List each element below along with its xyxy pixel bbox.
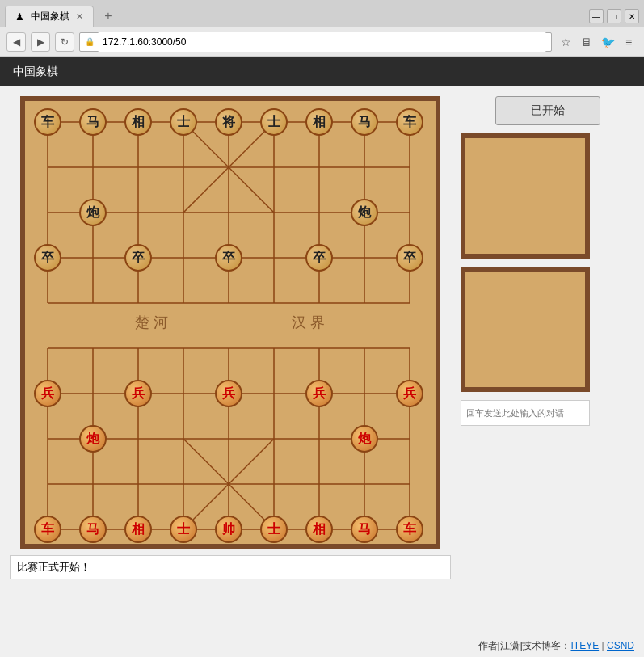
right-panel: 已开始 <box>461 96 634 624</box>
piece-炮-7-2[interactable]: 炮 <box>351 199 378 226</box>
piece-士-3-9[interactable]: 士 <box>170 516 197 543</box>
tab-favicon: ♟ <box>15 11 24 23</box>
extension-icon[interactable]: 🖥 <box>578 33 596 51</box>
browser-chrome: ♟ 中国象棋 ✕ + — □ ✕ ◀ ▶ ↻ 🔒 ☆ 🖥 🐦 ≡ <box>0 0 644 57</box>
piece-卒-6-3[interactable]: 卒 <box>305 244 333 272</box>
iteye-link[interactable]: ITEYE <box>570 640 599 651</box>
menu-icon[interactable]: ≡ <box>620 33 638 51</box>
piece-车-8-9[interactable]: 车 <box>396 516 423 543</box>
player-box-bottom <box>461 267 590 392</box>
piece-兵-2-6[interactable]: 兵 <box>124 380 152 407</box>
piece-兵-4-6[interactable]: 兵 <box>215 380 242 407</box>
message-bar: 比赛正式开始！ <box>10 555 451 579</box>
piece-卒-4-3[interactable]: 卒 <box>215 244 242 272</box>
piece-士-3-0[interactable]: 士 <box>170 108 197 136</box>
piece-士-5-9[interactable]: 士 <box>260 516 288 543</box>
tab-close-button[interactable]: ✕ <box>76 11 83 22</box>
reload-button[interactable]: ↻ <box>55 32 74 52</box>
piece-炮-1-7[interactable]: 炮 <box>79 425 107 453</box>
piece-相-6-0[interactable]: 相 <box>305 108 333 136</box>
piece-炮-1-2[interactable]: 炮 <box>79 199 107 226</box>
chat-input[interactable] <box>461 400 590 426</box>
maximize-button[interactable]: □ <box>607 9 621 23</box>
piece-马-1-0[interactable]: 马 <box>79 108 107 136</box>
piece-相-6-9[interactable]: 相 <box>305 516 333 543</box>
piece-车-0-0[interactable]: 车 <box>34 108 61 136</box>
forward-button[interactable]: ▶ <box>31 32 50 52</box>
piece-士-5-0[interactable]: 士 <box>260 108 288 136</box>
piece-帅-4-9[interactable]: 帅 <box>215 516 242 543</box>
piece-卒-8-3[interactable]: 卒 <box>396 244 423 272</box>
start-button[interactable]: 已开始 <box>495 96 600 125</box>
back-button[interactable]: ◀ <box>6 32 26 52</box>
app-header: 中国象棋 <box>0 57 644 86</box>
minimize-button[interactable]: — <box>589 9 604 23</box>
tab-bar: ♟ 中国象棋 ✕ + — □ ✕ <box>0 0 644 27</box>
status-bar: 作者[江潇]技术博客：ITEYE | CSND <box>0 634 644 657</box>
nav-icons: ☆ 🖥 🐦 ≡ <box>557 33 638 51</box>
game-message: 比赛正式开始！ <box>17 560 90 575</box>
twitter-icon[interactable]: 🐦 <box>599 33 617 51</box>
bookmark-icon[interactable]: ☆ <box>557 33 575 51</box>
piece-相-2-9[interactable]: 相 <box>124 516 152 543</box>
piece-兵-0-6[interactable]: 兵 <box>34 380 61 407</box>
close-window-button[interactable]: ✕ <box>625 9 639 23</box>
tab-title: 中国象棋 <box>31 10 69 23</box>
piece-车-0-9[interactable]: 车 <box>34 516 61 543</box>
new-tab-button[interactable]: + <box>97 7 120 25</box>
player-box-top <box>461 133 590 259</box>
board-container: 楚 河 汉 界 车马相士将士相马车炮炮卒卒卒卒卒兵兵兵兵兵炮炮车马相士帅士相马车… <box>10 96 451 624</box>
piece-兵-8-6[interactable]: 兵 <box>396 380 423 407</box>
piece-马-7-0[interactable]: 马 <box>351 108 378 136</box>
main-content: 楚 河 汉 界 车马相士将士相马车炮炮卒卒卒卒卒兵兵兵兵兵炮炮车马相士帅士相马车… <box>0 86 644 634</box>
app-title: 中国象棋 <box>13 65 58 79</box>
piece-马-7-9[interactable]: 马 <box>351 516 378 543</box>
piece-卒-2-3[interactable]: 卒 <box>124 244 152 272</box>
active-tab[interactable]: ♟ 中国象棋 ✕ <box>5 6 94 27</box>
author-text: 作者[江潇]技术博客：ITEYE | CSND <box>478 639 634 653</box>
piece-马-1-9[interactable]: 马 <box>79 516 107 543</box>
ssl-icon: 🔒 <box>85 37 95 46</box>
piece-相-2-0[interactable]: 相 <box>124 108 152 136</box>
chess-board[interactable]: 楚 河 汉 界 车马相士将士相马车炮炮卒卒卒卒卒兵兵兵兵兵炮炮车马相士帅士相马车 <box>20 96 440 549</box>
piece-卒-0-3[interactable]: 卒 <box>34 244 61 272</box>
navigation-bar: ◀ ▶ ↻ 🔒 ☆ 🖥 🐦 ≡ <box>0 27 644 57</box>
piece-炮-7-7[interactable]: 炮 <box>351 425 378 453</box>
piece-兵-6-6[interactable]: 兵 <box>305 380 333 407</box>
csnd-link[interactable]: CSND <box>607 640 634 651</box>
piece-将-4-0[interactable]: 将 <box>215 108 242 136</box>
address-input[interactable] <box>98 32 546 52</box>
piece-车-8-0[interactable]: 车 <box>396 108 423 136</box>
